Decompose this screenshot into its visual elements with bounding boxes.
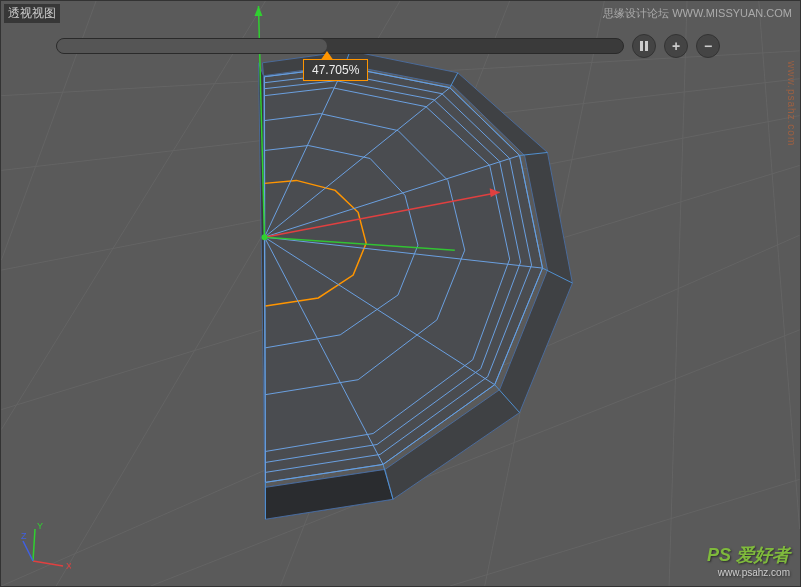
svg-line-8 <box>1 1 265 430</box>
perspective-viewport[interactable]: 透视视图 思缘设计论坛 WWW.MISSYUAN.COM www.psahz.c… <box>0 0 801 587</box>
svg-line-45 <box>23 541 33 561</box>
svg-line-12 <box>669 1 687 586</box>
svg-line-41 <box>33 561 63 566</box>
svg-point-38 <box>261 234 267 240</box>
svg-text:Y: Y <box>37 521 43 531</box>
slider-value-readout: 47.705% <box>303 59 368 81</box>
svg-line-43 <box>33 529 35 561</box>
watermark-bottom-main: PS 爱好者 <box>707 545 790 565</box>
svg-text:X: X <box>66 561 71 571</box>
svg-rect-40 <box>645 41 648 51</box>
slider-track[interactable] <box>56 38 624 54</box>
axis-gizmo: X Y Z <box>21 521 71 571</box>
watermark-top: 思缘设计论坛 WWW.MISSYUAN.COM <box>603 6 792 21</box>
increment-button[interactable]: + <box>664 34 688 58</box>
watermark-side: www.psahz.com <box>786 61 797 146</box>
watermark-bottom-sub: www.psahz.com <box>707 567 790 578</box>
svg-rect-39 <box>640 41 643 51</box>
pause-icon <box>639 41 649 51</box>
parameter-slider[interactable]: + − <box>56 31 720 61</box>
slider-fill <box>57 39 327 53</box>
scene-canvas[interactable] <box>1 1 800 586</box>
watermark-bottom: PS 爱好者 www.psahz.com <box>707 543 790 578</box>
viewport-label: 透视视图 <box>4 4 60 23</box>
pause-button[interactable] <box>632 34 656 58</box>
decrement-button[interactable]: − <box>696 34 720 58</box>
mesh-object[interactable] <box>258 51 572 519</box>
svg-text:Z: Z <box>21 531 27 541</box>
